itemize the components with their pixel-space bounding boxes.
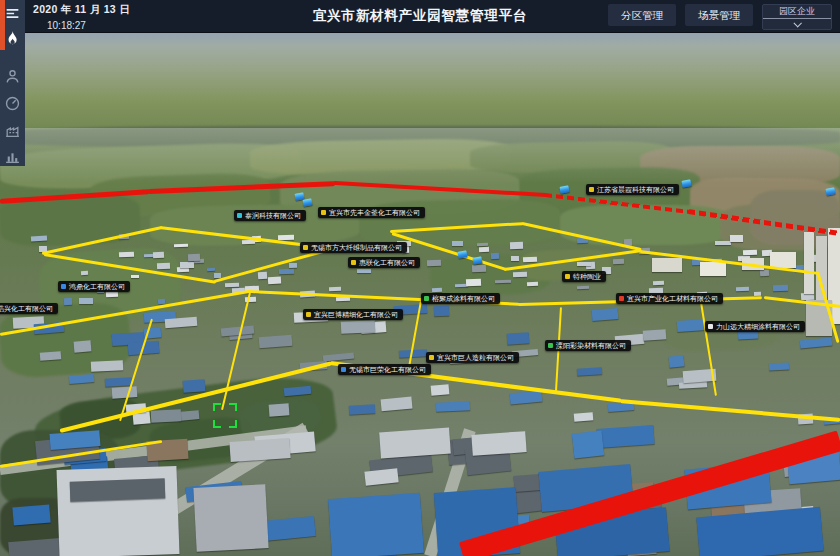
company-label-text: 惠联化工有限公司 bbox=[359, 258, 415, 267]
company-label-text: 宜兴市产业化工材料有限公司 bbox=[627, 294, 718, 303]
building bbox=[800, 338, 832, 349]
company-marker-icon bbox=[619, 296, 624, 301]
building bbox=[74, 340, 92, 353]
building bbox=[527, 281, 538, 285]
building bbox=[653, 281, 664, 286]
company-marker-icon bbox=[341, 367, 346, 372]
company-label-text: 榕聚成涂料有限公司 bbox=[432, 294, 495, 303]
company-label-text: 溧阳彩染材料有限公司 bbox=[556, 341, 626, 350]
company-label[interactable]: 宜兴市先丰金釜化工有限公司 bbox=[318, 207, 425, 218]
yellow-road bbox=[620, 399, 840, 422]
building bbox=[289, 263, 297, 269]
building bbox=[573, 412, 593, 421]
building bbox=[434, 306, 450, 316]
building bbox=[178, 410, 200, 420]
building bbox=[804, 232, 814, 294]
company-label-text: 江苏省晨霞科技有限公司 bbox=[597, 185, 674, 194]
company-label[interactable]: 宜兴市产业化工材料有限公司 bbox=[616, 293, 723, 304]
building bbox=[513, 272, 527, 277]
building bbox=[491, 253, 500, 260]
datetime-block: 2020 年 11 月 13 日 10:18:27 bbox=[33, 3, 130, 31]
company-marker-icon bbox=[351, 260, 356, 265]
company-marker-icon bbox=[589, 187, 594, 192]
left-toolbar bbox=[0, 0, 25, 166]
building bbox=[523, 256, 537, 261]
building bbox=[365, 469, 400, 486]
company-label[interactable]: 无锡市巨荣化工有限公司 bbox=[338, 364, 431, 375]
building bbox=[597, 425, 655, 448]
current-date: 2020 年 11 月 13 日 bbox=[33, 3, 130, 17]
factory-icon[interactable] bbox=[4, 122, 21, 139]
building bbox=[643, 329, 666, 341]
company-label[interactable]: 江苏省晨霞科技有限公司 bbox=[586, 184, 679, 195]
company-label[interactable]: 特种陶业 bbox=[562, 271, 606, 282]
company-label-text: 无锡市巨荣化工有限公司 bbox=[349, 365, 426, 374]
building bbox=[399, 349, 427, 358]
person-icon[interactable] bbox=[4, 68, 21, 85]
company-marker-icon bbox=[303, 245, 308, 250]
company-marker-icon bbox=[61, 284, 66, 289]
building bbox=[158, 299, 165, 304]
building bbox=[111, 386, 136, 398]
building bbox=[577, 367, 602, 376]
zone-manage-button[interactable]: 分区管理 bbox=[608, 4, 676, 26]
building bbox=[472, 265, 486, 272]
building bbox=[187, 254, 199, 261]
gauge-icon[interactable] bbox=[4, 95, 21, 112]
building bbox=[279, 269, 295, 275]
company-label-text: 宜兴市先丰金釜化工有限公司 bbox=[329, 208, 420, 217]
company-label[interactable]: 无锡市方大纤维制品有限公司 bbox=[300, 242, 407, 253]
building bbox=[472, 431, 527, 456]
building bbox=[577, 285, 589, 289]
company-label[interactable]: 宜兴市巨人造粒有限公司 bbox=[426, 352, 519, 363]
company-marker-icon bbox=[548, 343, 553, 348]
company-label[interactable]: 鸿鼎化工有限公司 bbox=[58, 281, 130, 292]
building bbox=[669, 355, 685, 367]
company-label[interactable]: 力山远大精细涂料有限公司 bbox=[705, 321, 805, 332]
building bbox=[341, 320, 375, 333]
building bbox=[700, 262, 726, 276]
building bbox=[730, 235, 743, 242]
bar-chart-icon[interactable] bbox=[4, 148, 21, 165]
building bbox=[153, 252, 164, 259]
company-label[interactable]: 惠联化工有限公司 bbox=[348, 257, 420, 268]
scene-manage-button[interactable]: 场景管理 bbox=[685, 4, 753, 26]
building bbox=[150, 409, 180, 422]
building bbox=[760, 270, 769, 276]
building bbox=[510, 242, 523, 249]
building bbox=[577, 262, 591, 266]
flame-icon[interactable] bbox=[4, 30, 21, 47]
building bbox=[769, 363, 790, 371]
company-marker-icon bbox=[429, 355, 434, 360]
company-label[interactable]: 泰润科技有限公司 bbox=[234, 210, 306, 221]
building bbox=[430, 384, 449, 396]
building bbox=[69, 374, 95, 384]
building bbox=[225, 283, 239, 287]
building bbox=[174, 244, 188, 248]
company-label-text: 宜兴巨博精细化工有限公司 bbox=[314, 310, 398, 319]
company-label[interactable]: 宜兴巨博精细化工有限公司 bbox=[303, 309, 403, 320]
chevron-down-icon bbox=[793, 19, 801, 27]
building bbox=[322, 353, 354, 362]
building bbox=[8, 538, 62, 556]
smart-park-platform: 泰润科技有限公司宜兴市先丰金釜化工有限公司无锡市方大纤维制品有限公司惠联化工有限… bbox=[0, 0, 840, 556]
map-3d-view[interactable]: 泰润科技有限公司宜兴市先丰金釜化工有限公司无锡市方大纤维制品有限公司惠联化工有限… bbox=[0, 33, 840, 556]
building bbox=[715, 241, 731, 246]
building bbox=[743, 249, 758, 254]
company-label[interactable]: 溧阳彩染材料有限公司 bbox=[545, 340, 631, 351]
building bbox=[477, 243, 488, 247]
park-enterprise-dropdown[interactable]: 园区企业 bbox=[762, 4, 832, 30]
building bbox=[70, 478, 166, 501]
company-label[interactable]: 浩兴化工有限公司 bbox=[0, 303, 58, 314]
company-marker-icon bbox=[565, 274, 570, 279]
building bbox=[357, 269, 371, 273]
company-label-text: 浩兴化工有限公司 bbox=[0, 304, 53, 313]
company-label-text: 无锡市方大纤维制品有限公司 bbox=[311, 243, 402, 252]
building bbox=[349, 405, 375, 415]
selection-bracket bbox=[213, 403, 237, 428]
menu-icon[interactable] bbox=[4, 5, 21, 22]
company-label[interactable]: 榕聚成涂料有限公司 bbox=[421, 293, 500, 304]
building bbox=[257, 272, 266, 279]
building bbox=[652, 258, 682, 272]
building bbox=[495, 279, 511, 283]
